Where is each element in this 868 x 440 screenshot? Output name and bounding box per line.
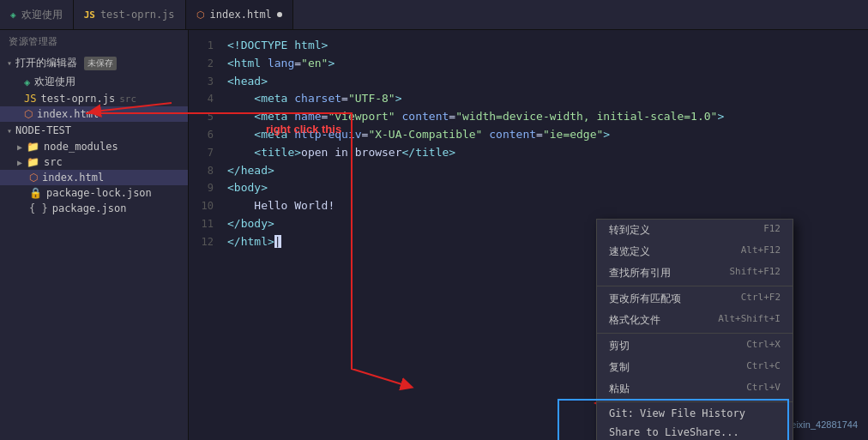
menu-git-history[interactable]: Git: View File History: [597, 404, 793, 423]
sidebar-title: 资源管理器: [0, 30, 188, 53]
tab-welcome[interactable]: ◈ 欢迎使用: [0, 0, 74, 29]
open-file-js-label: test-oprn.js: [40, 93, 115, 105]
tab-welcome-label: 欢迎使用: [21, 8, 63, 22]
sidebar-item-node-modules[interactable]: ▶ 📁 node_modules: [0, 139, 188, 154]
menu-paste[interactable]: 粘贴 Ctrl+V: [597, 378, 793, 400]
menu-find-refs-label: 查找所有引用: [609, 266, 671, 280]
main-area: 资源管理器 ▾ 打开的编辑器 未保存 ◈ 欢迎使用 JS test-oprn.j…: [0, 30, 868, 440]
open-editors-label: 打开的编辑器: [15, 56, 77, 70]
menu-peek-def-shortcut: Alt+F12: [741, 244, 781, 259]
open-file-welcome-label: 欢迎使用: [34, 75, 75, 89]
html-file-icon-open: ⬡: [24, 108, 33, 120]
js-file-icon: JS: [24, 93, 36, 105]
menu-liveshare[interactable]: Share to LiveShare...: [597, 423, 793, 440]
sidebar-item-src[interactable]: ▶ 📁 src: [0, 154, 188, 170]
line-9: 9 <body>: [189, 179, 868, 197]
line-7: 7 <title>open in browser</title>: [189, 144, 868, 162]
menu-cut[interactable]: 剪切 Ctrl+X: [597, 335, 793, 357]
separator-1: [597, 286, 793, 286]
menu-change-all[interactable]: 更改所有匹配项 Ctrl+F2: [597, 288, 793, 310]
line-1: 1 <!DOCTYPE html>: [189, 37, 868, 55]
editor-area[interactable]: 1 <!DOCTYPE html> 2 <html lang="en"> 3 <…: [189, 30, 868, 440]
menu-paste-label: 粘贴: [609, 382, 630, 396]
menu-format-label: 格式化文件: [609, 313, 660, 328]
menu-copy-label: 复制: [609, 360, 630, 375]
tab-html-label: index.html: [210, 9, 272, 21]
project-header[interactable]: ▾ NODE-TEST: [0, 122, 188, 139]
open-file-welcome[interactable]: ◈ 欢迎使用: [0, 73, 188, 91]
line-4: 4 <meta charset="UTF-8">: [189, 90, 868, 108]
project-arrow: ▾: [7, 126, 12, 136]
js-icon: JS: [84, 9, 95, 21]
menu-goto-def[interactable]: 转到定义 F12: [597, 220, 793, 241]
menu-copy[interactable]: 复制 Ctrl+C: [597, 357, 793, 378]
package-label: package.json: [52, 202, 127, 214]
menu-liveshare-label: Share to LiveShare...: [609, 426, 739, 438]
separator-3: [597, 401, 793, 402]
project-name-label: NODE-TEST: [15, 124, 71, 136]
line-3: 3 <head>: [189, 73, 868, 91]
node-modules-label: node_modules: [44, 141, 118, 153]
menu-paste-shortcut: Ctrl+V: [746, 382, 781, 396]
open-file-js[interactable]: JS test-oprn.js src: [0, 91, 188, 106]
line-8: 8 </head>: [189, 162, 868, 180]
vue-file-icon: ◈: [24, 76, 30, 88]
tab-bar: ◈ 欢迎使用 JS test-oprn.js ⬡ index.html: [0, 0, 868, 30]
menu-find-refs-shortcut: Shift+F12: [729, 266, 781, 280]
open-editors-arrow: ▾: [7, 58, 12, 68]
vue-icon: ◈: [10, 9, 16, 21]
menu-cut-label: 剪切: [609, 339, 630, 353]
menu-format-shortcut: Alt+Shift+I: [718, 313, 781, 328]
menu-copy-shortcut: Ctrl+C: [746, 360, 781, 375]
folder-icon-src: 📁: [27, 156, 39, 168]
menu-change-all-label: 更改所有匹配项: [609, 292, 681, 306]
index-html-label: index.html: [42, 172, 104, 184]
json-icon: { }: [29, 202, 48, 214]
json-lock-icon: 🔒: [29, 187, 42, 199]
menu-find-refs[interactable]: 查找所有引用 Shift+F12: [597, 262, 793, 284]
tab-js[interactable]: JS test-oprn.js: [74, 0, 186, 29]
tab-html[interactable]: ⬡ index.html: [186, 0, 293, 29]
open-file-html[interactable]: ⬡ index.html: [0, 106, 188, 122]
sidebar-item-package[interactable]: { } package.json: [0, 201, 188, 216]
menu-cut-shortcut: Ctrl+X: [746, 339, 781, 353]
separator-2: [597, 333, 793, 334]
line-10: 10 Hello World!: [189, 197, 868, 215]
js-src-label: src: [119, 93, 136, 105]
open-editors-badge: 未保存: [84, 57, 117, 70]
menu-peek-def-label: 速览定义: [609, 244, 650, 259]
open-file-html-label: index.html: [37, 108, 99, 120]
html-icon: ⬡: [196, 9, 205, 21]
menu-peek-def[interactable]: 速览定义 Alt+F12: [597, 241, 793, 262]
folder-arrow-src: ▶: [17, 158, 22, 167]
line-2: 2 <html lang="en">: [189, 55, 868, 73]
html-file-icon-sidebar: ⬡: [29, 172, 38, 184]
folder-arrow-node-modules: ▶: [17, 142, 22, 152]
sidebar: 资源管理器 ▾ 打开的编辑器 未保存 ◈ 欢迎使用 JS test-oprn.j…: [0, 30, 189, 440]
annotation-right-click-this: right click this: [266, 123, 341, 136]
menu-git-history-label: Git: View File History: [609, 407, 745, 419]
src-label: src: [44, 156, 63, 168]
folder-icon-node-modules: 📁: [27, 141, 39, 153]
sidebar-item-package-lock[interactable]: 🔒 package-lock.json: [0, 185, 188, 201]
menu-goto-def-shortcut: F12: [763, 223, 781, 238]
menu-format[interactable]: 格式化文件 Alt+Shift+I: [597, 310, 793, 331]
unsaved-dot: [277, 12, 282, 17]
menu-goto-def-label: 转到定义: [609, 223, 650, 238]
app-container: ◈ 欢迎使用 JS test-oprn.js ⬡ index.html 资源管理…: [0, 0, 868, 440]
sidebar-item-index-html[interactable]: ⬡ index.html: [0, 170, 188, 185]
open-editors-header[interactable]: ▾ 打开的编辑器 未保存: [0, 53, 188, 73]
menu-change-all-shortcut: Ctrl+F2: [741, 292, 781, 306]
tab-js-label: test-oprn.js: [100, 9, 175, 21]
package-lock-label: package-lock.json: [46, 187, 152, 199]
context-menu[interactable]: 转到定义 F12 速览定义 Alt+F12 查找所有引用 Shift+F12 更…: [596, 219, 793, 440]
